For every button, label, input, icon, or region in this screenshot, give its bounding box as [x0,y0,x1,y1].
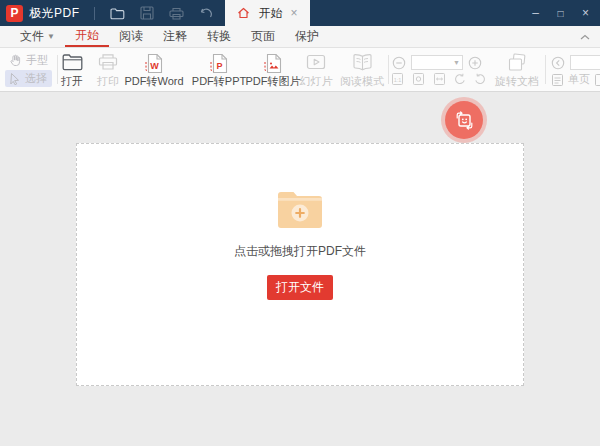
print-label: 打印 [97,76,119,87]
hand-icon [9,54,22,67]
book-icon [352,53,373,72]
menubar: 文件 ▼ 开始 阅读 注释 转换 页面 保护 [0,26,600,48]
hand-tool[interactable]: 手型 [5,52,52,69]
menu-protect-label: 保护 [295,28,319,45]
toolbar-divider [545,55,546,84]
menu-convert-label: 转换 [207,28,231,45]
pdf-to-image-label: PDF转图片 [246,76,301,87]
pdf-to-word-icon: W [144,53,164,74]
menu-file[interactable]: 文件 ▼ [10,26,65,47]
cursor-icon [9,72,21,85]
open-button[interactable]: 打开 [54,53,90,87]
single-page-label: 单页 [568,72,590,87]
menu-page-label: 页面 [251,28,275,45]
print-icon[interactable] [169,7,184,20]
window-controls: – □ × [523,0,598,26]
undo-icon[interactable] [199,8,212,19]
previous-page-icon[interactable] [551,56,565,70]
single-page-icon[interactable] [551,73,564,87]
app-title: 极光PDF [29,5,80,22]
fit-width-icon[interactable] [433,72,446,86]
zoom-in-icon[interactable] [468,56,482,70]
tab-label: 开始 [258,5,282,22]
convert-assistant-button[interactable] [445,101,483,139]
read-mode-button[interactable]: 阅读模式 [336,53,388,87]
printer-icon [98,53,118,71]
play-icon [306,53,326,72]
collapse-toolbar-icon[interactable] [580,26,590,47]
pdf-to-image-icon [263,53,283,74]
open-file-icon[interactable] [110,7,125,20]
pdf-to-ppt-icon: P [209,53,229,74]
zoom-dropdown-caret-icon[interactable]: ▼ [453,59,462,66]
toolbar-divider [388,55,389,84]
smiley-document-rotate-icon [454,110,475,131]
app-window: P 极光PDF 开始 × – □ × [0,0,600,446]
close-button[interactable]: × [573,6,598,20]
menu-annotate-label: 注释 [163,28,187,45]
page-nav-controls [551,55,600,70]
pdf-drop-zone[interactable]: 点击或拖拽打开PDF文件 打开文件 [76,143,524,386]
pdf-to-word-label: PDF转Word [124,76,183,87]
slideshow-button[interactable]: 幻灯片 [294,53,338,87]
folder-plus-icon [276,188,324,230]
menu-file-label: 文件 [20,28,44,45]
save-icon[interactable] [140,6,154,20]
two-page-icon[interactable] [594,73,600,87]
menu-read-label: 阅读 [119,28,143,45]
zoom-level-field[interactable]: ▼ [411,55,463,70]
menu-convert[interactable]: 转换 [197,26,241,47]
logo-letter: P [10,6,18,20]
dropdown-caret-icon: ▼ [47,32,55,41]
content-area: 点击或拖拽打开PDF文件 打开文件 [0,92,600,446]
app-logo-icon: P [6,5,23,22]
slideshow-label: 幻灯片 [300,76,333,87]
hand-tool-label: 手型 [26,53,48,68]
rotate-document-button[interactable]: 旋转文档 [492,53,542,87]
menu-protect[interactable]: 保护 [285,26,329,47]
maximize-button[interactable]: □ [548,8,573,19]
zoom-controls: ▼ [392,55,482,70]
minimize-button[interactable]: – [523,6,548,20]
drop-hint: 点击或拖拽打开PDF文件 [234,243,366,260]
page-number-field[interactable] [570,55,600,70]
titlebar-divider [94,7,95,20]
tab-close-icon[interactable]: × [290,7,297,19]
fit-page-icon[interactable] [412,72,425,86]
page-number-input[interactable] [571,57,600,68]
actual-size-icon[interactable]: 1:1 [391,72,404,86]
rotate-right-icon[interactable] [474,73,486,85]
home-icon [237,7,250,19]
zoom-fit-controls: 1:1 [391,72,486,86]
menu-page[interactable]: 页面 [241,26,285,47]
menu-read[interactable]: 阅读 [109,26,153,47]
rotate-left-icon[interactable] [454,73,466,85]
read-mode-label: 阅读模式 [340,76,384,87]
menu-annotate[interactable]: 注释 [153,26,197,47]
pointer-tools: 手型 选择 [5,52,52,87]
folder-icon [62,53,83,71]
open-file-button[interactable]: 打开文件 [267,275,333,300]
select-tool-label: 选择 [25,71,47,86]
pages-icon [506,53,528,72]
svg-text:P: P [216,61,222,71]
rotate-document-label: 旋转文档 [495,76,539,87]
menu-home[interactable]: 开始 [65,26,109,47]
tab-home[interactable]: 开始 × [225,0,310,26]
menu-home-label: 开始 [75,27,99,44]
svg-text:W: W [150,61,159,71]
toolbar: 手型 选择 打开 打印 W PDF转Word P PDF转PPT [0,48,600,92]
pdf-to-ppt-label: PDF转PPT [192,76,246,87]
zoom-level-input[interactable] [412,57,453,68]
pdf-to-ppt-button[interactable]: P PDF转PPT [190,53,248,87]
select-tool[interactable]: 选择 [5,70,52,87]
page-view-controls: 单页 [551,72,600,87]
pdf-to-word-button[interactable]: W PDF转Word [122,53,186,87]
titlebar: P 极光PDF 开始 × – □ × [0,0,600,26]
zoom-out-icon[interactable] [392,56,406,70]
svg-text:1:1: 1:1 [394,77,402,83]
open-label: 打开 [61,76,83,87]
print-button[interactable]: 打印 [90,53,126,87]
